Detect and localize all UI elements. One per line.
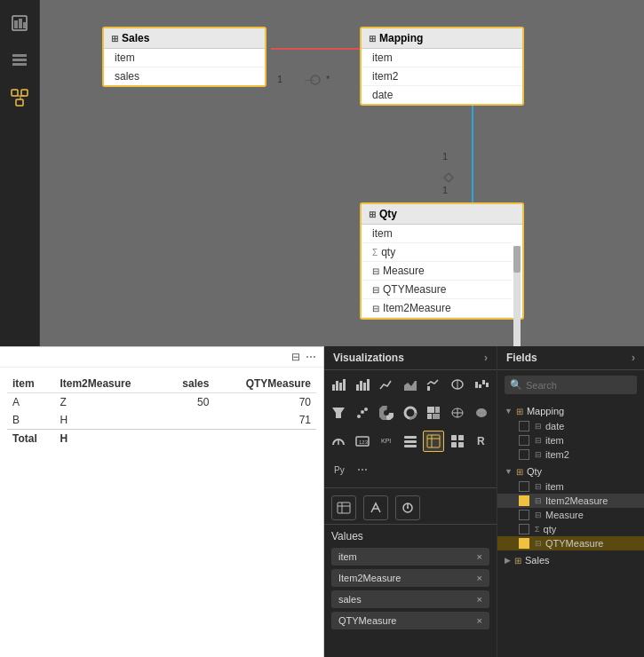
sales-expand-icon: ▶ bbox=[505, 556, 511, 565]
more-options-icon[interactable]: ⋯ bbox=[306, 351, 316, 363]
viz-stacked-bar[interactable] bbox=[328, 374, 349, 395]
value-chip-item[interactable]: item × bbox=[331, 548, 489, 566]
qty-group-header[interactable]: ▼ ⊞ Qty bbox=[497, 463, 644, 479]
viz-map[interactable] bbox=[447, 402, 468, 423]
viz-filled-map[interactable] bbox=[471, 402, 492, 423]
chip-item2measure-x[interactable]: × bbox=[477, 573, 482, 583]
field-qty-measure[interactable]: ⊟ Measure bbox=[497, 508, 644, 522]
fields-tree: ▼ ⊞ Mapping ⊟ date ⊟ item ⊟ item2 bbox=[497, 400, 644, 657]
sales-group-header[interactable]: ▶ ⊞ Sales bbox=[497, 552, 644, 568]
qty-measure-check[interactable] bbox=[519, 510, 529, 520]
sidebar-data-icon[interactable] bbox=[4, 44, 36, 76]
mapping-date-icon: ⊟ bbox=[535, 422, 542, 431]
viz-python[interactable]: Py bbox=[328, 459, 349, 480]
mapping-table-header: ⊞ Mapping bbox=[362, 28, 522, 49]
analytics-icon[interactable] bbox=[395, 495, 420, 520]
chip-sales-x[interactable]: × bbox=[477, 594, 482, 605]
viz-treemap[interactable] bbox=[423, 402, 444, 423]
sales-table-title: Sales bbox=[122, 32, 149, 44]
viz-matrix[interactable] bbox=[447, 431, 468, 452]
mapping-item-check[interactable] bbox=[519, 435, 529, 446]
mapping-item2-icon: ⊟ bbox=[535, 450, 542, 459]
qty-qtymeasure-row: ⊟ QTYMeasure bbox=[362, 281, 512, 299]
viz-scatter[interactable] bbox=[352, 402, 373, 423]
format-icon[interactable] bbox=[363, 495, 388, 520]
svg-rect-30 bbox=[427, 386, 430, 391]
viz-waterfall-chart[interactable] bbox=[471, 374, 492, 395]
svg-rect-58 bbox=[404, 436, 417, 439]
svg-rect-35 bbox=[482, 380, 485, 384]
svg-point-15 bbox=[311, 75, 320, 84]
viz-combo-chart[interactable] bbox=[423, 374, 444, 395]
table-content: item Item2Measure sales QTYMeasure A Z 5… bbox=[0, 368, 323, 455]
qty-qtymeasure-icon: ⊟ bbox=[535, 539, 542, 548]
viz-r-visual[interactable]: R bbox=[471, 431, 492, 452]
table-row: B H 71 bbox=[7, 411, 316, 430]
qty-scrollbar[interactable] bbox=[513, 246, 521, 346]
svg-rect-5 bbox=[12, 59, 27, 61]
value-chip-item2measure[interactable]: Item2Measure × bbox=[331, 569, 489, 587]
field-mapping-item[interactable]: ⊟ item bbox=[497, 433, 644, 447]
viz-funnel[interactable] bbox=[328, 402, 349, 423]
chip-item-label: item bbox=[338, 551, 357, 562]
viz-table[interactable] bbox=[423, 431, 444, 452]
viz-kpi[interactable]: KPI bbox=[376, 431, 397, 452]
mapping-table-icon: ⊞ bbox=[516, 407, 523, 416]
fields-panel-chevron: › bbox=[632, 352, 635, 364]
svg-rect-45 bbox=[427, 407, 434, 413]
fields-search-icon: 🔍 bbox=[510, 379, 522, 391]
qty-measure-row: ⊟ Measure bbox=[362, 262, 512, 281]
expand-icon[interactable]: ⊟ bbox=[291, 351, 300, 363]
sidebar-model-icon[interactable] bbox=[4, 82, 36, 114]
mapping-item2-check[interactable] bbox=[519, 449, 529, 460]
viz-icons-row1 bbox=[324, 370, 497, 399]
chip-item2measure-label: Item2Measure bbox=[338, 573, 401, 583]
viz-gauge[interactable] bbox=[328, 431, 349, 452]
qty-qty-check[interactable] bbox=[519, 524, 529, 534]
fields-icon[interactable] bbox=[331, 495, 356, 520]
viz-panel-chevron: › bbox=[484, 352, 488, 364]
values-section: Values item × Item2Measure × sales × QTY… bbox=[324, 525, 497, 657]
chip-item-x[interactable]: × bbox=[477, 551, 482, 562]
viz-bottom-toolbar bbox=[324, 492, 497, 525]
svg-text:KPI: KPI bbox=[381, 438, 391, 444]
viz-icons-row2 bbox=[324, 399, 497, 427]
viz-slicer[interactable] bbox=[400, 431, 421, 452]
table-row: A Z 50 70 bbox=[7, 393, 316, 412]
svg-rect-23 bbox=[339, 383, 342, 391]
sales-table-icon: ⊞ bbox=[111, 34, 118, 44]
viz-more[interactable]: ⋯ bbox=[352, 459, 373, 480]
svg-rect-47 bbox=[427, 414, 432, 419]
viz-area-chart[interactable] bbox=[400, 374, 421, 395]
qty-group-label: Qty bbox=[527, 466, 542, 477]
qty-measure-label: Measure bbox=[545, 510, 584, 520]
mapping-group-header[interactable]: ▼ ⊞ Mapping bbox=[497, 403, 644, 419]
viz-ribbon-chart[interactable] bbox=[447, 374, 468, 395]
total-item2measure: H bbox=[54, 430, 164, 448]
viz-line-chart[interactable] bbox=[376, 374, 397, 395]
field-qty-qty[interactable]: Σ qty bbox=[497, 522, 644, 536]
fields-search-box[interactable]: 🔍 bbox=[505, 376, 637, 394]
field-mapping-item2[interactable]: ⊟ item2 bbox=[497, 447, 644, 462]
qty-item-check[interactable] bbox=[519, 481, 529, 492]
field-qty-item[interactable]: ⊟ item bbox=[497, 479, 644, 494]
value-chip-sales[interactable]: sales × bbox=[331, 590, 489, 608]
value-chip-qtymeasure[interactable]: QTYMeasure × bbox=[331, 612, 489, 629]
total-row: Total H bbox=[7, 430, 316, 448]
sidebar-report-icon[interactable] bbox=[4, 7, 36, 39]
field-qty-qtymeasure[interactable]: ⊟ QTYMeasure bbox=[497, 536, 644, 550]
viz-donut[interactable] bbox=[400, 402, 421, 423]
viz-card[interactable]: 123 bbox=[352, 431, 373, 452]
qty-item2measure-check[interactable] bbox=[519, 495, 529, 506]
values-label: Values bbox=[331, 530, 489, 542]
fields-search-input[interactable] bbox=[526, 380, 632, 391]
field-mapping-date[interactable]: ⊟ date bbox=[497, 419, 644, 433]
svg-text:—: — bbox=[305, 74, 314, 84]
qty-qtymeasure-check[interactable] bbox=[519, 538, 529, 549]
viz-icons-row3: 123 KPI R bbox=[324, 427, 497, 455]
chip-qtymeasure-x[interactable]: × bbox=[477, 615, 482, 626]
mapping-date-check[interactable] bbox=[519, 421, 529, 431]
viz-pie[interactable] bbox=[376, 402, 397, 423]
field-qty-item2measure[interactable]: ⊟ Item2Measure bbox=[497, 494, 644, 508]
viz-stacked-bar2[interactable] bbox=[352, 374, 373, 395]
